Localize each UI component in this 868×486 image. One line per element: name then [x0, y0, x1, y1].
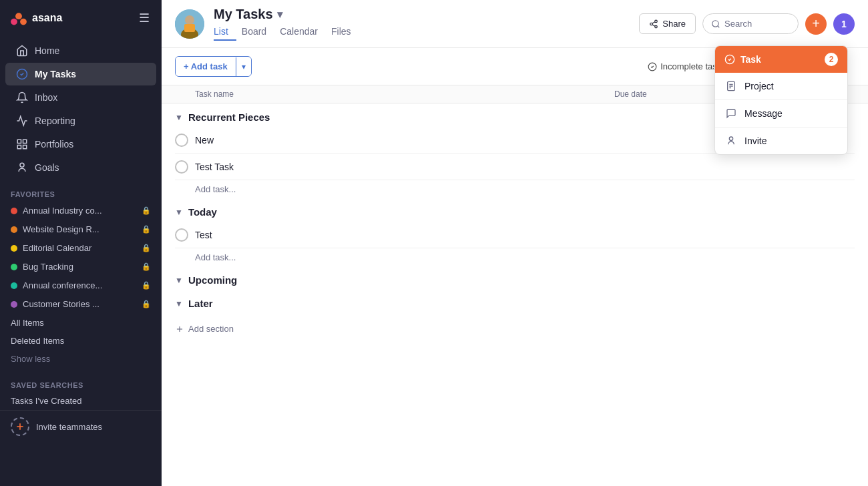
add-task-row-today[interactable]: Add task...	[175, 248, 855, 266]
task-name-new: New	[195, 135, 614, 146]
svg-point-12	[185, 15, 194, 25]
svg-rect-14	[184, 24, 195, 32]
search-bar[interactable]: Search	[702, 13, 799, 34]
favorite-dot	[11, 208, 17, 214]
favorite-item-editorial[interactable]: Editorial Calendar 🔒	[0, 239, 162, 257]
sidebar-item-reporting-label: Reporting	[35, 115, 75, 126]
tasks-i-created-link[interactable]: Tasks I've Created	[0, 392, 162, 410]
add-task-label: + Add task	[184, 61, 228, 71]
sidebar-item-goals-label: Goals	[35, 162, 59, 173]
add-button[interactable]: +	[805, 13, 827, 35]
sidebar-item-goals[interactable]: Goals	[5, 156, 156, 179]
share-button[interactable]: Share	[639, 13, 696, 34]
dropdown-item-message[interactable]: Message	[715, 100, 847, 128]
sidebar-toggle-button[interactable]: ☰	[136, 8, 152, 28]
svg-rect-4	[17, 140, 21, 143]
sidebar-item-inbox[interactable]: Inbox	[5, 86, 156, 109]
task-name-test: Test	[195, 230, 614, 240]
favorite-item-bug-tracking[interactable]: Bug Tracking 🔒	[0, 258, 162, 276]
check-circle-icon	[16, 68, 28, 80]
sidebar-navigation: Home My Tasks Inbox Reporting Portfolios…	[0, 36, 162, 182]
favorite-item-annual-conference[interactable]: Annual conference... 🔒	[0, 276, 162, 294]
add-task-button-group[interactable]: + Add task ▾	[175, 56, 252, 77]
filter-icon	[648, 62, 657, 71]
sidebar-item-portfolios[interactable]: Portfolios	[5, 133, 156, 156]
title-dropdown-icon[interactable]: ▾	[277, 8, 282, 21]
sidebar-item-home-label: Home	[35, 45, 59, 56]
asana-logo-text: asana	[32, 12, 62, 24]
section-later-header[interactable]: ▼ Later	[175, 290, 855, 313]
svg-point-20	[712, 20, 718, 26]
favorite-item-website-design[interactable]: Website Design R... 🔒	[0, 220, 162, 238]
add-task-caret-button[interactable]: ▾	[236, 57, 251, 76]
svg-point-16	[650, 23, 653, 25]
saved-searches-label: Saved searches	[0, 376, 162, 392]
svg-point-40	[729, 137, 732, 140]
sidebar-item-my-tasks[interactable]: My Tasks	[5, 63, 156, 85]
search-placeholder: Search	[724, 19, 752, 29]
tab-calendar[interactable]: Calendar	[280, 23, 326, 41]
section-recurrent-pieces-title: Recurrent Pieces	[188, 111, 270, 123]
dropdown-badge: 2	[825, 53, 838, 66]
favorite-label: Annual Industry co...	[23, 206, 136, 216]
section-upcoming-header[interactable]: ▼ Upcoming	[175, 266, 855, 290]
svg-rect-5	[23, 140, 27, 143]
svg-point-0	[15, 13, 22, 19]
home-icon	[16, 45, 28, 57]
task-icon	[724, 54, 735, 65]
header-tabs: List Board Calendar Files	[214, 23, 630, 41]
all-items-link[interactable]: All Items	[0, 314, 162, 332]
svg-line-21	[718, 25, 720, 27]
favorites-list: Annual Industry co... 🔒 Website Design R…	[0, 201, 162, 314]
sidebar-item-my-tasks-label: My Tasks	[35, 69, 76, 79]
asana-logo: asana	[9, 9, 62, 27]
favorite-item-customer-stories[interactable]: Customer Stories ... 🔒	[0, 295, 162, 313]
share-label: Share	[662, 19, 686, 29]
main-content: My Tasks ▾ List Board Calendar Files Sha…	[162, 0, 868, 486]
section-collapse-icon[interactable]: ▼	[175, 113, 183, 122]
page-title: My Tasks ▾	[214, 7, 630, 22]
lock-icon: 🔒	[142, 225, 151, 234]
asana-logo-icon	[9, 9, 28, 27]
sidebar-item-home[interactable]: Home	[5, 39, 156, 62]
favorite-dot	[11, 282, 17, 289]
favorite-dot	[11, 245, 17, 252]
lock-icon: 🔒	[142, 206, 151, 215]
lock-icon: 🔒	[142, 281, 151, 290]
section-today-title: Today	[188, 206, 217, 218]
svg-point-1	[11, 19, 17, 25]
sidebar-header: asana ☰	[0, 0, 162, 36]
task-check-test-task[interactable]	[175, 160, 188, 174]
col-task-name-header: Task name	[175, 89, 614, 99]
invite-teammates-icon	[11, 417, 29, 436]
table-row: Test	[175, 222, 855, 248]
search-icon	[711, 19, 720, 29]
dropdown-item-message-label: Message	[744, 108, 783, 119]
section-today-header[interactable]: ▼ Today	[175, 198, 855, 222]
lock-icon: 🔒	[142, 262, 151, 271]
notification-button[interactable]: 1	[833, 13, 855, 35]
favorite-item-annual-industry[interactable]: Annual Industry co... 🔒	[0, 202, 162, 220]
deleted-items-link[interactable]: Deleted Items	[0, 332, 162, 350]
add-task-row-recurrent[interactable]: Add task...	[175, 180, 855, 198]
invite-teammates-button[interactable]: Invite teammates	[0, 410, 162, 443]
add-section-button[interactable]: Add section	[162, 313, 868, 344]
dropdown-item-invite[interactable]: Invite	[715, 128, 847, 154]
svg-line-18	[652, 24, 655, 25]
tab-board[interactable]: Board	[242, 23, 274, 41]
section-collapse-today-icon[interactable]: ▼	[175, 208, 183, 217]
tab-files[interactable]: Files	[331, 23, 359, 41]
section-collapse-upcoming-icon[interactable]: ▼	[175, 276, 183, 285]
tab-list[interactable]: List	[214, 23, 236, 41]
section-collapse-later-icon[interactable]: ▼	[175, 299, 183, 308]
dropdown-item-project[interactable]: Project	[715, 73, 847, 100]
task-check-new[interactable]	[175, 134, 188, 147]
add-task-main-button[interactable]: + Add task	[176, 57, 236, 76]
show-less-button[interactable]: Show less	[0, 350, 162, 368]
bell-icon	[16, 91, 28, 103]
sidebar-item-reporting[interactable]: Reporting	[5, 109, 156, 132]
add-section-icon	[175, 324, 184, 334]
favorite-label: Annual conference...	[23, 280, 136, 290]
task-check-test[interactable]	[175, 228, 188, 242]
section-today: ▼ Today Test Add task...	[162, 198, 868, 266]
